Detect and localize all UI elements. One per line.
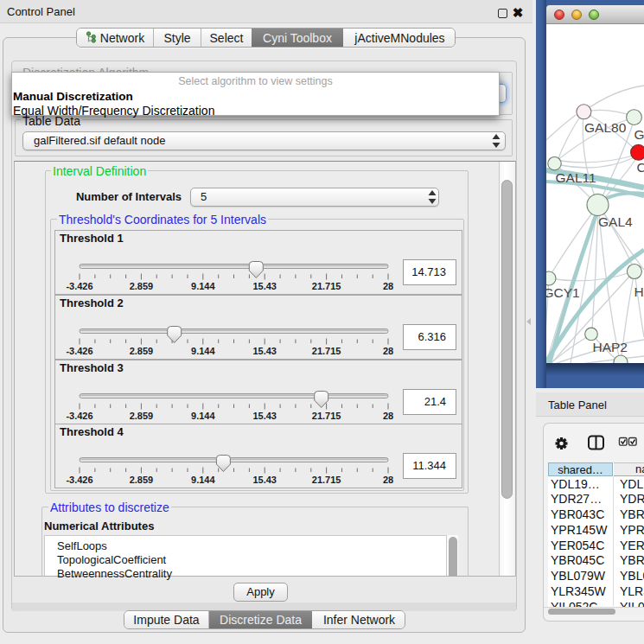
svg-text:-3.426: -3.426 xyxy=(66,475,92,485)
svg-text:28: 28 xyxy=(383,411,393,421)
svg-text:GCY1: GCY1 xyxy=(546,285,580,300)
svg-text:GAL4: GAL4 xyxy=(598,214,633,229)
svg-text:GAL11: GAL11 xyxy=(556,170,596,185)
svg-text:HA: HA xyxy=(634,284,644,299)
svg-text:-3.426: -3.426 xyxy=(66,346,92,356)
svg-text:CD: CD xyxy=(637,160,644,175)
svg-text:15.43: 15.43 xyxy=(252,346,277,356)
svg-text:15.43: 15.43 xyxy=(252,475,277,485)
svg-text:15.43: 15.43 xyxy=(252,411,277,421)
svg-text:9.144: 9.144 xyxy=(191,411,215,421)
svg-text:15.43: 15.43 xyxy=(252,281,277,291)
svg-text:GAL80: GAL80 xyxy=(584,120,627,135)
svg-text:HAP2: HAP2 xyxy=(593,340,628,354)
svg-text:2.859: 2.859 xyxy=(130,346,154,356)
svg-text:-3.426: -3.426 xyxy=(66,281,92,291)
svg-text:28: 28 xyxy=(383,346,393,356)
svg-text:21.715: 21.715 xyxy=(312,411,341,421)
svg-text:21.715: 21.715 xyxy=(312,475,341,485)
svg-text:9.144: 9.144 xyxy=(191,281,215,291)
svg-text:2.859: 2.859 xyxy=(130,475,154,485)
svg-text:21.715: 21.715 xyxy=(312,281,341,291)
svg-text:9.144: 9.144 xyxy=(191,346,215,356)
svg-text:2.859: 2.859 xyxy=(130,411,154,421)
svg-text:28: 28 xyxy=(383,281,393,291)
svg-text:2.859: 2.859 xyxy=(130,281,154,291)
svg-text:-3.426: -3.426 xyxy=(66,411,92,421)
svg-text:GA: GA xyxy=(634,127,644,142)
svg-text:9.144: 9.144 xyxy=(191,475,215,485)
svg-text:21.715: 21.715 xyxy=(312,346,341,356)
svg-text:28: 28 xyxy=(383,475,393,485)
